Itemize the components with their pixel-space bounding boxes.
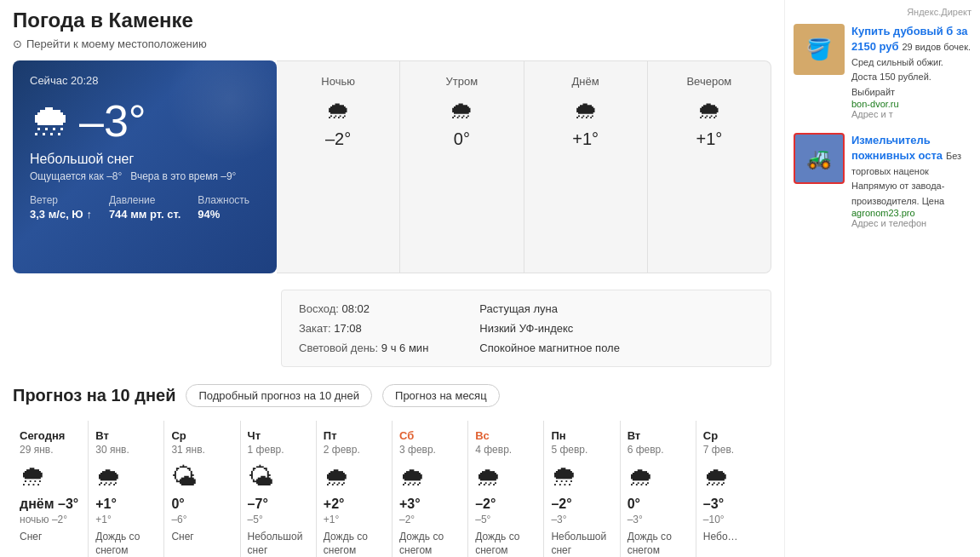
ad-2-addr: Адрес и телефон [851,218,971,228]
day-temp-high: –2° [551,497,571,512]
day-icon: 🌤 [248,462,273,491]
ad-block-2: 🚜 Измельчитель пожнивных оста Без торгов… [794,133,971,228]
ad-1-image: 🪣 [794,24,845,75]
day-date: 30 янв. [95,444,129,456]
day-temp-high: днём –3° [20,497,78,512]
day-temp-low: –5° [248,514,263,525]
period-temp: +1° [696,129,722,149]
weather-details: Ветер 3,3 м/с, Ю ↑ Давление 744 мм рт. с… [30,194,260,221]
forecast-section: Прогноз на 10 дней Подробный прогноз на … [13,384,771,557]
forecast-day[interactable]: Вт 30 янв. 🌧 +1° +1° Дождь со снегом [89,421,164,557]
period-temp: –2° [325,129,351,149]
current-description: Небольшой снег [30,152,260,167]
day-temp-low: ночью –2° [20,514,67,525]
day-temp-low: –3° [551,514,566,525]
feels-like: Ощущается как –8° Вчера в это время –9° [30,170,260,182]
period-icon: 🌧 [450,96,473,124]
current-time: Сейчас 20:28 [30,74,260,87]
period-item: Утром 🌧 0° [400,61,524,273]
day-temp-high: –2° [475,497,496,512]
day-date: 7 фев. [703,444,734,456]
month-forecast-button[interactable]: Прогноз на месяц [382,384,500,407]
ad-1-link[interactable]: bon-dvor.ru [851,99,971,109]
location-link[interactable]: ⊙ Перейти к моему местоположению [13,37,771,50]
day-icon: 🌨 [551,462,576,491]
day-date: 31 янв. [171,444,205,456]
day-icon: 🌧 [95,462,121,491]
day-date: 4 февр. [475,444,512,456]
detail-forecast-button[interactable]: Подробный прогноз на 10 дней [186,384,372,407]
current-weather-card: Сейчас 20:28 🌨 –3° Небольшой снег Ощущае… [13,60,277,273]
day-date: 2 февр. [324,444,360,456]
humidity-detail: Влажность 94% [198,194,249,221]
daylight-row: Световой день: 9 ч 6 мин [299,342,428,354]
ad-2-title[interactable]: Измельчитель пожнивных оста [851,134,943,162]
pressure-detail: Давление 744 мм рт. ст. [109,194,181,221]
forecast-day[interactable]: Сб 3 февр. 🌧 +3° –2° Дождь со снегом [393,421,468,557]
ad-2-link[interactable]: agronom23.pro [851,208,971,218]
day-desc: Небольшой снег [248,531,309,557]
day-icon: 🌨 [20,462,45,491]
moon-row: Растущая луна [479,302,620,315]
day-name: Сб [399,429,414,442]
day-icon: 🌧 [628,462,653,491]
period-name: Ночью [321,75,355,88]
ad-1-addr: Адрес и т [851,109,971,119]
day-icon: 🌧 [324,462,349,491]
day-temp-high: +1° [95,497,117,512]
day-icon: 🌤 [171,462,197,491]
day-temp-low: –3° [628,514,643,525]
day-date: 6 февр. [628,444,664,456]
magnetic-row: Спокойное магнитное поле [479,342,620,354]
forecast-day[interactable]: Вс 4 февр. 🌧 –2° –5° Дождь со снегом [468,421,544,557]
sunrise-row: Восход: 08:02 [299,302,428,315]
day-temp-high: –3° [703,497,724,512]
forecast-day[interactable]: Чт 1 февр. 🌤 –7° –5° Небольшой снег [241,421,317,557]
sun-times-col: Восход: 08:02 Закат: 17:08 Световой день… [299,302,428,354]
sunset-row: Закат: 17:08 [299,322,428,335]
uv-row: Низкий УФ-индекс [479,322,620,335]
period-temp: 0° [454,129,470,149]
ad-2-text: Измельчитель пожнивных оста Без торговых… [851,133,971,228]
day-name: Пн [551,429,565,442]
day-icon: 🌧 [399,462,425,491]
period-icon: 🌧 [574,96,598,124]
forecast-day[interactable]: Пт 2 февр. 🌧 +2° +1° Дождь со снегом [317,421,393,557]
period-name: Утром [446,75,479,88]
wind-detail: Ветер 3,3 м/с, Ю ↑ [30,194,92,221]
right-sidebar: Яндекс.Директ 🪣 Купить дубовый б за 2150… [784,0,980,557]
current-temperature: –3° [79,95,146,146]
day-name: Пт [324,429,337,442]
forecast-day[interactable]: Ср 31 янв. 🌤 0° –6° Снег [164,421,240,557]
weather-panel: Сейчас 20:28 🌨 –3° Небольшой снег Ощущае… [13,60,771,273]
period-temp: +1° [572,129,599,149]
day-desc: Снег [20,531,42,544]
forecast-day[interactable]: Пн 5 февр. 🌨 –2° –3° Небольшой снег [544,421,620,557]
day-date: 29 янв. [20,444,54,456]
day-temp-high: –7° [248,497,268,512]
forecast-day[interactable]: Ср 7 фев. 🌧 –3° –10° Небо… [696,421,771,557]
day-desc: Дождь со снегом [399,531,461,557]
period-icon: 🌧 [326,96,350,124]
day-desc: Дождь со снегом [95,531,157,557]
forecast-day[interactable]: Сегодня 29 янв. 🌨 днём –3° ночью –2° Сне… [13,421,89,557]
period-item: Днём 🌧 +1° [524,61,648,273]
day-temp-high: 0° [171,497,184,512]
day-desc: Дождь со снегом [628,531,689,557]
day-temp-high: +2° [324,497,345,512]
forecast-days: Сегодня 29 янв. 🌨 днём –3° ночью –2° Сне… [13,421,771,557]
day-temp-low: +1° [95,514,111,525]
period-forecasts: Ночью 🌧 –2° Утром 🌧 0° Днём 🌧 +1° Вечеро… [277,60,771,273]
ad-1-text: Купить дубовый б за 2150 руб 29 видов бо… [851,24,971,119]
day-temp-low: –2° [399,514,415,525]
period-item: Вечером 🌧 +1° [648,61,771,273]
day-name: Ср [703,429,718,442]
period-name: Днём [572,75,599,88]
current-weather-icon: 🌨 [30,98,71,145]
forecast-day[interactable]: Вт 6 февр. 🌧 0° –3° Дождь со снегом [621,421,696,557]
day-name: Вт [95,429,109,442]
day-date: 1 февр. [248,444,284,456]
day-date: 3 февр. [399,444,436,456]
day-temp-low: +1° [324,514,339,525]
day-temp-high: 0° [628,497,640,512]
